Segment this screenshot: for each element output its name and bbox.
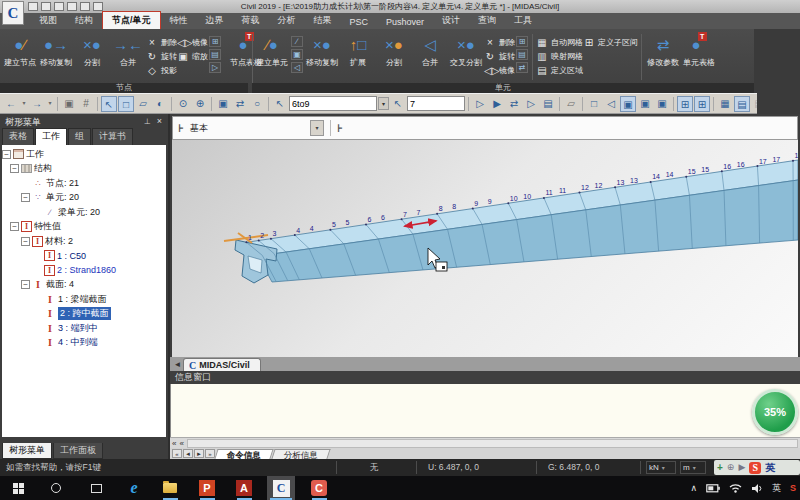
node-project-button[interactable]: ◇投影 — [146, 63, 177, 77]
tree-item-beam-elements[interactable]: ∕ 梁单元: 20 — [2, 205, 166, 220]
tree-item-nodes[interactable]: ∴ 节点: 21 — [2, 176, 166, 191]
node-mini-1-icon[interactable]: ⊞ — [209, 36, 221, 47]
tray-sogou-icon[interactable]: S — [790, 483, 796, 493]
task-view-button[interactable] — [82, 476, 110, 500]
tree-item-material-2[interactable]: I 2 : Strand1860 — [2, 263, 166, 278]
create-element-button[interactable]: ∕● 建立单元 — [254, 31, 290, 68]
select-range-combo[interactable] — [289, 96, 377, 111]
view-dropdown-icon[interactable]: ▾ — [310, 120, 324, 136]
info-nav-first-icon[interactable]: « — [172, 449, 182, 458]
element-mini-a-icon[interactable]: ∕ — [291, 36, 303, 47]
tray-expand-icon[interactable]: ∧ — [690, 483, 697, 493]
tree-item-section-3[interactable]: I 3 : 端到中 — [2, 321, 166, 336]
select-volume-icon[interactable]: ⊕ — [192, 96, 208, 112]
powerpoint-button[interactable]: P — [193, 476, 221, 500]
select-group-2-icon[interactable]: ⇄ — [232, 96, 248, 112]
auto-mesh-button[interactable]: ▦自动网格 — [536, 35, 583, 49]
node-merge-button[interactable]: →← 合并 — [110, 31, 146, 68]
flag-select-icon[interactable]: ▷ — [523, 96, 539, 112]
tab-report[interactable]: 计算书 — [92, 128, 133, 145]
pin-icon[interactable]: ⊥ — [143, 117, 152, 127]
select-range-input[interactable] — [290, 97, 376, 110]
map-mesh-button[interactable]: ▥映射网格 — [536, 49, 583, 63]
save-icon[interactable] — [67, 2, 77, 11]
select-group-1-icon[interactable]: ▣ — [215, 96, 231, 112]
select-range-dropdown-icon[interactable]: ▾ — [378, 97, 389, 110]
ime-tool-3-icon[interactable]: ▶ — [738, 459, 745, 476]
autocad-button[interactable]: A — [230, 476, 258, 500]
display-option-icon[interactable]: ▦ — [717, 96, 733, 112]
tab-psc[interactable]: PSC — [341, 15, 378, 29]
grid-toggle-icon[interactable]: ▤ — [734, 96, 750, 112]
tab-node-element[interactable]: 节点/单元 — [102, 11, 161, 29]
undo-dropdown-icon[interactable]: ▾ — [20, 96, 28, 112]
battery-icon[interactable] — [706, 483, 720, 493]
node-divide-button[interactable]: ×● 分割 — [74, 31, 110, 68]
chart-select-icon[interactable]: ▤ — [540, 96, 556, 112]
element-mini-d-icon[interactable]: ⊞ — [516, 36, 528, 47]
node-delete-button[interactable]: ×删除 — [146, 35, 177, 49]
length-unit-select[interactable]: m▾ — [680, 461, 706, 474]
tree-item-properties[interactable]: − I 特性值 — [2, 220, 166, 235]
file-explorer-button[interactable] — [156, 476, 184, 500]
element-extrude-button[interactable]: ↑□ 扩展 — [340, 31, 376, 68]
define-domain-button[interactable]: ▤定义区域 — [536, 63, 583, 77]
element-rotate-button[interactable]: ↻旋转 — [484, 49, 515, 63]
section-view-icon[interactable]: ⊦ — [337, 122, 343, 135]
select-identity-icon[interactable]: ↖ — [272, 96, 288, 112]
info-nav-next-icon[interactable]: ► — [194, 449, 204, 458]
tree-item-root[interactable]: − 工作 — [2, 147, 166, 162]
pick-node-icon[interactable]: ↖ — [390, 96, 406, 112]
node-mirror-button[interactable]: ◁▷镜像 — [177, 35, 208, 49]
element-table-button[interactable]: ●T 单元表格 — [681, 31, 717, 68]
monitor-2-icon[interactable]: ▣ — [654, 96, 670, 112]
element-mini-b-icon[interactable]: ▣ — [291, 49, 303, 60]
c-app-button[interactable]: C — [305, 476, 333, 500]
edge-button[interactable]: e — [120, 476, 148, 500]
tab-analysis[interactable]: 分析 — [269, 12, 305, 29]
element-move-copy-button[interactable]: ×● 移动复制 — [304, 31, 340, 68]
select-polygon-icon[interactable]: ▱ — [135, 96, 151, 112]
tab-load[interactable]: 荷载 — [233, 12, 269, 29]
element-number-toggle-icon[interactable]: ⊞ — [694, 96, 710, 112]
doc-tab-nav-icon[interactable]: ◄ — [172, 359, 183, 371]
ime-mode-label[interactable]: 英 — [765, 459, 775, 476]
element-delete-button[interactable]: ×删除 — [484, 35, 515, 49]
scroll-left-icon[interactable]: « — [170, 439, 177, 448]
ime-tool-1-icon[interactable]: + — [717, 459, 723, 476]
ime-tool-2-icon[interactable]: ⊕ — [727, 459, 735, 476]
tree-item-material[interactable]: − I 材料: 2 — [2, 234, 166, 249]
element-divide-button[interactable]: ×● 分割 — [376, 31, 412, 68]
bottom-tab-tree-menu[interactable]: 树形菜单 — [2, 443, 52, 459]
tab-works[interactable]: 工作 — [35, 128, 67, 145]
info-window-body[interactable] — [170, 384, 800, 437]
element-mirror-button[interactable]: ◁▷镜像 — [484, 63, 515, 77]
tab-query[interactable]: 查询 — [469, 12, 505, 29]
tab-boundary[interactable]: 边界 — [197, 12, 233, 29]
select-intersect-icon[interactable]: ◐ — [152, 96, 168, 112]
force-unit-select[interactable]: kN▾ — [646, 461, 676, 474]
modify-parameters-button[interactable]: ⇄ 修改参数 — [645, 31, 681, 68]
prev-window-icon[interactable]: ◁ — [603, 96, 619, 112]
tab-analysis-info[interactable]: 分析信息 — [271, 449, 330, 459]
swap-select-icon[interactable]: ⇄ — [506, 96, 522, 112]
named-view-icon[interactable]: ⊦ — [178, 122, 184, 135]
info-nav-last-icon[interactable]: » — [205, 449, 215, 458]
node-mini-3-icon[interactable]: ▷ — [209, 62, 221, 73]
tree-item-structure[interactable]: − 结构 — [2, 162, 166, 177]
select-single-icon[interactable]: ↖ — [101, 96, 117, 112]
frame-view-icon[interactable]: □ — [586, 96, 602, 112]
undo-view-icon[interactable]: ← — [3, 96, 19, 112]
tab-structure[interactable]: 结构 — [66, 12, 102, 29]
new-file-icon[interactable] — [28, 2, 38, 11]
save-as-icon[interactable] — [54, 2, 64, 11]
wifi-icon[interactable] — [729, 483, 742, 493]
create-node-button[interactable]: ●∕ 建立节点 — [2, 31, 38, 68]
filter-2-icon[interactable]: ▶ — [489, 96, 505, 112]
info-hscrollbar[interactable]: « « — [170, 437, 800, 448]
model-viewport[interactable]: 1234455667788991010111112121313141415151… — [172, 140, 798, 357]
tree-item-section-4[interactable]: I 4 : 中到端 — [2, 336, 166, 351]
define-subdomain-button[interactable]: ⊞定义子区间 — [583, 35, 638, 49]
select-recent-icon[interactable]: ○ — [249, 96, 265, 112]
tree-item-material-1[interactable]: I 1 : C50 — [2, 249, 166, 264]
